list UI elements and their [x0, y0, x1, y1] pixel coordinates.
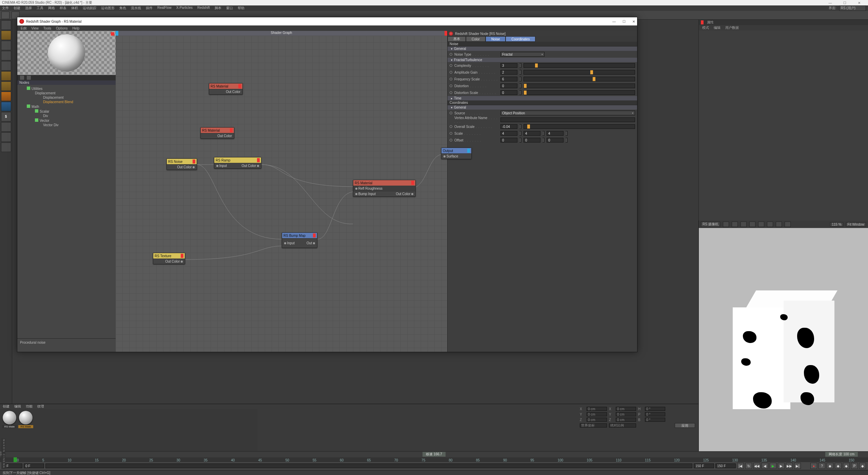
noise-type-select[interactable]: Fractal	[500, 52, 545, 57]
key-pos-button[interactable]: ◆	[827, 463, 833, 469]
grid-icon[interactable]	[732, 222, 738, 227]
node-output[interactable]: Output Surface	[441, 148, 472, 159]
menu-X-Particles[interactable]: X-Particles	[176, 6, 193, 11]
menu-插件[interactable]: 插件	[146, 6, 153, 11]
polygon-mode-icon[interactable]	[1, 81, 11, 91]
nodes-tree[interactable]: UtilitiesDisplacementDisplacementDisplac…	[17, 85, 116, 338]
key-param-button[interactable]: P	[851, 463, 858, 469]
shader-graph-canvas[interactable]: RS Material Out Color RS Material Out Co…	[116, 36, 447, 352]
attr-tab[interactable]: 编辑	[714, 25, 721, 30]
amplitude-slider[interactable]	[524, 70, 635, 75]
key-rot-button[interactable]: ◆	[835, 463, 842, 469]
zoom-field[interactable]: 115 %	[830, 222, 843, 227]
matmgr-menu[interactable]: 编辑	[14, 404, 21, 409]
node-rs-material-3[interactable]: RS Material Refl Roughness Bump InputOut…	[353, 180, 416, 197]
gear-icon[interactable]	[20, 76, 24, 80]
viewport-solo-icon[interactable]	[1, 122, 11, 132]
close-button[interactable]: ✕	[852, 1, 866, 5]
texture-mode-icon[interactable]	[1, 41, 11, 50]
maximize-button[interactable]: ☐	[838, 1, 851, 5]
axis-icon[interactable]	[1, 92, 11, 101]
menu-网格[interactable]: 网格	[48, 6, 55, 11]
current-frame-field[interactable]: 0 F	[24, 463, 44, 468]
node-rs-noise[interactable]: RS Noise Out Color	[166, 158, 197, 170]
menu-脚本[interactable]: 脚本	[215, 6, 221, 11]
sg-minimize-button[interactable]: —	[612, 20, 616, 23]
playhead-icon[interactable]	[14, 457, 17, 462]
lock-icon[interactable]	[723, 222, 729, 227]
step-back-button[interactable]: ◀	[762, 463, 768, 469]
menu-运动跟踪[interactable]: 运动跟踪	[83, 6, 96, 11]
group-time[interactable]: Time	[448, 96, 637, 100]
matmgr-menu[interactable]: 创建	[3, 404, 9, 409]
distortion-scale-slider[interactable]	[524, 90, 635, 95]
node-rs-material-2[interactable]: RS Material Out Color	[200, 127, 234, 139]
key-pla-button[interactable]: ◆	[859, 463, 866, 469]
overall-scale-slider[interactable]	[524, 124, 635, 129]
bucket-icon[interactable]	[767, 222, 773, 227]
tree-item[interactable]: Vector	[19, 118, 114, 123]
scrub-bar[interactable]	[45, 463, 692, 468]
tree-item[interactable]: Vector Div	[19, 123, 114, 127]
end-frame-b-field[interactable]: 150 F	[715, 463, 736, 468]
key-scale-button[interactable]: ◆	[843, 463, 850, 469]
source-select[interactable]: Object Position	[500, 111, 635, 115]
node-rs-ramp[interactable]: RS Ramp InputOut Color	[214, 157, 261, 169]
menu-运动图形[interactable]: 运动图形	[101, 6, 115, 11]
save-icon[interactable]	[785, 222, 791, 227]
tree-item[interactable]: Displacement	[19, 95, 114, 100]
matmgr-menu[interactable]: 功能	[26, 404, 33, 409]
menu-文件[interactable]: 文件	[2, 6, 9, 11]
edge-mode-icon[interactable]	[1, 71, 11, 81]
shader-graph-titlebar[interactable]: Redshift Shader Graph - RS Material — ☐ …	[17, 17, 637, 25]
minimize-button[interactable]: —	[823, 1, 837, 5]
group-general-coords[interactable]: General	[448, 105, 637, 110]
menu-RealFlow[interactable]: RealFlow	[157, 6, 172, 11]
tree-item[interactable]: Math	[19, 104, 114, 109]
workplane-icon[interactable]	[1, 51, 11, 60]
tab-basic[interactable]: 基本	[448, 36, 466, 42]
goto-end-button[interactable]: ▶|	[794, 463, 801, 469]
point-mode-icon[interactable]	[1, 61, 11, 71]
tweak-icon[interactable]	[1, 102, 11, 111]
attr-tab[interactable]: 模式	[702, 25, 709, 30]
attr-tab[interactable]: 用户数据	[725, 25, 739, 30]
menu-工具[interactable]: 工具	[37, 6, 43, 11]
live-select-icon[interactable]	[1, 20, 11, 30]
lock-icon[interactable]	[1, 142, 11, 152]
node-rs-material-1[interactable]: RS Material Out Color	[209, 83, 243, 95]
menu-创建[interactable]: 创建	[14, 6, 20, 11]
goto-start-button[interactable]: |◀	[737, 463, 744, 469]
sg-maximize-button[interactable]: ☐	[623, 20, 626, 23]
tree-item[interactable]: Displacement	[19, 91, 114, 95]
menu-选择[interactable]: 选择	[25, 6, 32, 11]
node-rs-bumpmap[interactable]: RS Bump Map InputOut	[282, 232, 317, 248]
tree-item[interactable]: Displacement Blend	[19, 100, 114, 104]
matmgr-menu[interactable]: 纹理	[37, 404, 44, 409]
menu-Redshift[interactable]: Redshift	[197, 6, 210, 11]
menu-窗口[interactable]: 窗口	[226, 6, 233, 11]
snap-icon[interactable]: $	[1, 112, 11, 121]
tree-item[interactable]: Div	[19, 114, 114, 118]
undo-button[interactable]	[1, 12, 9, 19]
sg-menu-tools[interactable]: Tools	[43, 26, 51, 30]
group-fractal[interactable]: Fractal/Turbulence	[448, 58, 637, 62]
tab-coordinates[interactable]: Coordinates	[506, 36, 535, 42]
tree-item[interactable]: Utilities	[19, 86, 114, 91]
complexity-slider[interactable]	[524, 63, 635, 68]
apply-button[interactable]: 应用	[675, 423, 695, 428]
menu-体积[interactable]: 体积	[71, 6, 78, 11]
camera-select[interactable]: RS 摄像机	[701, 222, 720, 227]
layout-select[interactable]: RS (用户)	[839, 5, 866, 11]
material-chip-2[interactable]: RS Mate	[18, 411, 33, 449]
sg-menu-view[interactable]: View	[31, 26, 39, 30]
group-general[interactable]: General	[448, 46, 637, 51]
fit-select[interactable]: Fit Window	[846, 222, 866, 227]
node-rs-texture[interactable]: RS Texture Out Color	[153, 253, 185, 264]
sg-menu-help[interactable]: Help	[73, 26, 80, 30]
snapshot-icon[interactable]	[776, 222, 782, 227]
next-key-button[interactable]: ▶▶	[786, 463, 793, 469]
sg-menu-edit[interactable]: Edit	[21, 26, 26, 30]
time-ruler[interactable]: 0510152025303540455055606570758085909510…	[0, 457, 868, 462]
distortion-slider[interactable]	[524, 83, 635, 88]
